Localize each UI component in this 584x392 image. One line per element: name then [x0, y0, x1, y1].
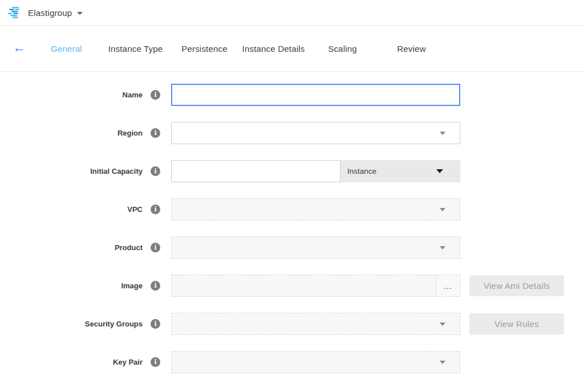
info-icon[interactable]: i [151, 243, 160, 252]
capacity-unit-value: Instance [347, 167, 376, 175]
security-groups-label: Security Groups [0, 320, 143, 328]
app-title: Elastigroup [28, 8, 72, 18]
info-icon[interactable]: i [151, 90, 160, 100]
name-label: Name [0, 91, 143, 99]
chevron-down-icon [440, 322, 445, 326]
view-ami-details-button[interactable]: View Ami Details [469, 275, 564, 296]
field-row-vpc: VPC i [0, 198, 584, 220]
initial-capacity-input[interactable] [171, 160, 340, 182]
chevron-down-icon [440, 361, 445, 364]
product-select [171, 236, 460, 259]
name-input[interactable] [171, 84, 460, 106]
tab-instance-details[interactable]: Instance Details [239, 44, 308, 54]
image-label: Image [0, 281, 143, 290]
vpc-label: VPC [0, 205, 143, 214]
chevron-down-icon [440, 208, 445, 211]
initial-capacity-label: Initial Capacity [0, 167, 143, 175]
key-pair-select [171, 351, 460, 373]
view-rules-button[interactable]: View Rules [469, 313, 564, 334]
elastigroup-logo-icon [8, 7, 23, 18]
field-row-image: Image i ... View Ami Details [0, 275, 584, 297]
key-pair-label: Key Pair [0, 358, 143, 366]
info-icon[interactable]: i [151, 128, 160, 138]
wizard-tab-bar: ← General Instance Type Persistence Inst… [0, 26, 584, 72]
chevron-down-icon[interactable] [77, 12, 83, 15]
chevron-down-icon [440, 246, 445, 250]
field-row-region: Region i [0, 122, 584, 144]
field-row-key-pair: Key Pair i [0, 351, 584, 373]
tab-instance-type[interactable]: Instance Type [101, 44, 170, 54]
region-label: Region [0, 129, 143, 137]
info-icon[interactable]: i [151, 281, 160, 291]
info-icon[interactable]: i [151, 205, 160, 214]
top-bar: Elastigroup [0, 0, 584, 26]
chevron-down-icon [436, 169, 443, 173]
field-row-name: Name i [0, 84, 584, 106]
vpc-select [171, 198, 460, 220]
region-select[interactable] [171, 122, 460, 144]
browse-ellipsis-button[interactable]: ... [436, 275, 460, 296]
product-label: Product [0, 243, 143, 252]
chevron-down-icon [440, 132, 445, 135]
info-icon[interactable]: i [151, 166, 160, 176]
field-row-product: Product i [0, 236, 584, 259]
tab-review[interactable]: Review [377, 44, 446, 54]
general-settings-form: Name i Region i Initial Capacity i Insta… [0, 72, 584, 373]
info-icon[interactable]: i [151, 357, 160, 367]
field-row-security-groups: Security Groups i View Rules [0, 313, 584, 335]
security-groups-select [171, 313, 460, 335]
info-icon[interactable]: i [151, 319, 160, 329]
wizard-tabs: General Instance Type Persistence Instan… [32, 44, 446, 54]
tab-persistence[interactable]: Persistence [170, 44, 239, 54]
capacity-unit-select[interactable]: Instance [340, 160, 460, 182]
back-arrow-icon[interactable]: ← [13, 41, 26, 54]
tab-general[interactable]: General [32, 44, 101, 54]
image-input [172, 275, 436, 296]
field-row-initial-capacity: Initial Capacity i Instance [0, 160, 584, 182]
tab-scaling[interactable]: Scaling [308, 44, 377, 54]
